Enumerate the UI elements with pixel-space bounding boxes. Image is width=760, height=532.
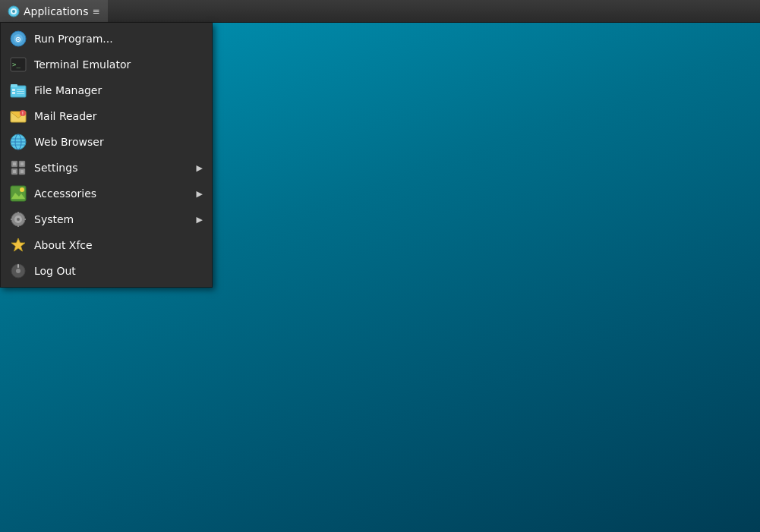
settings-label: Settings: [34, 162, 189, 174]
svg-rect-29: [20, 162, 24, 165]
svg-point-2: [12, 10, 15, 13]
about-xfce-label: About Xfce: [34, 239, 203, 251]
menu-item-mail-reader[interactable]: ! Mail Reader: [1, 103, 212, 129]
system-label: System: [34, 213, 189, 225]
svg-rect-11: [12, 92, 15, 94]
svg-rect-31: [20, 170, 24, 173]
svg-text:⊙: ⊙: [15, 35, 21, 43]
svg-rect-13: [17, 91, 24, 92]
svg-rect-28: [13, 162, 16, 165]
mail-reader-label: Mail Reader: [34, 110, 203, 122]
log-out-label: Log Out: [34, 265, 203, 277]
svg-rect-40: [11, 219, 13, 220]
file-manager-icon: [10, 82, 27, 99]
terminal-emulator-label: Terminal Emulator: [34, 58, 203, 71]
accessories-arrow: ▶: [197, 189, 203, 199]
svg-point-44: [16, 269, 20, 273]
menu-item-web-browser[interactable]: Web Browser: [1, 129, 212, 155]
run-program-label: Run Program...: [34, 33, 203, 45]
mail-reader-icon: !: [10, 108, 27, 124]
svg-rect-14: [17, 93, 24, 94]
svg-rect-9: [11, 84, 17, 87]
menu-item-accessories[interactable]: Accessories ▶: [1, 181, 212, 206]
accessories-label: Accessories: [34, 187, 189, 200]
applications-icon: [8, 5, 20, 17]
system-arrow: ▶: [197, 215, 203, 225]
applications-menu-icon: ≡: [93, 6, 100, 17]
settings-arrow: ▶: [197, 163, 203, 173]
taskbar: Applications ≡: [0, 0, 760, 23]
svg-marker-42: [11, 238, 25, 251]
web-browser-label: Web Browser: [34, 136, 203, 148]
svg-text:!: !: [22, 111, 24, 117]
web-browser-icon: [10, 134, 27, 150]
system-icon: [10, 211, 27, 228]
desktop: Applications ≡ ⊙ Run Program... >_: [0, 0, 760, 532]
svg-rect-45: [17, 264, 19, 268]
applications-label: Applications: [24, 5, 89, 17]
menu-item-system[interactable]: System ▶: [1, 206, 212, 232]
menu-item-terminal-emulator[interactable]: >_ Terminal Emulator: [1, 52, 212, 77]
svg-rect-41: [24, 219, 26, 220]
run-program-icon: ⊙: [10, 30, 27, 47]
settings-icon: [10, 159, 27, 176]
svg-point-34: [20, 187, 24, 192]
log-out-icon: [10, 263, 27, 279]
menu-item-log-out[interactable]: Log Out: [1, 258, 212, 284]
file-manager-label: File Manager: [34, 84, 203, 96]
svg-rect-12: [17, 89, 24, 90]
svg-rect-39: [17, 225, 19, 227]
menu-item-run-program[interactable]: ⊙ Run Program...: [1, 26, 212, 52]
menu-item-settings[interactable]: Settings ▶: [1, 155, 212, 181]
about-xfce-icon: [10, 237, 27, 253]
accessories-icon: [10, 185, 27, 202]
svg-rect-38: [17, 212, 19, 214]
menu-item-file-manager[interactable]: File Manager: [1, 77, 212, 103]
svg-point-37: [17, 218, 20, 221]
svg-rect-30: [13, 170, 16, 173]
applications-menu-button[interactable]: Applications ≡: [0, 0, 108, 22]
menu-item-about-xfce[interactable]: About Xfce: [1, 232, 212, 258]
applications-menu: ⊙ Run Program... >_ Terminal Emulator: [0, 23, 213, 288]
svg-text:>_: >_: [12, 61, 20, 68]
svg-rect-10: [12, 89, 15, 91]
terminal-icon: >_: [10, 56, 27, 73]
